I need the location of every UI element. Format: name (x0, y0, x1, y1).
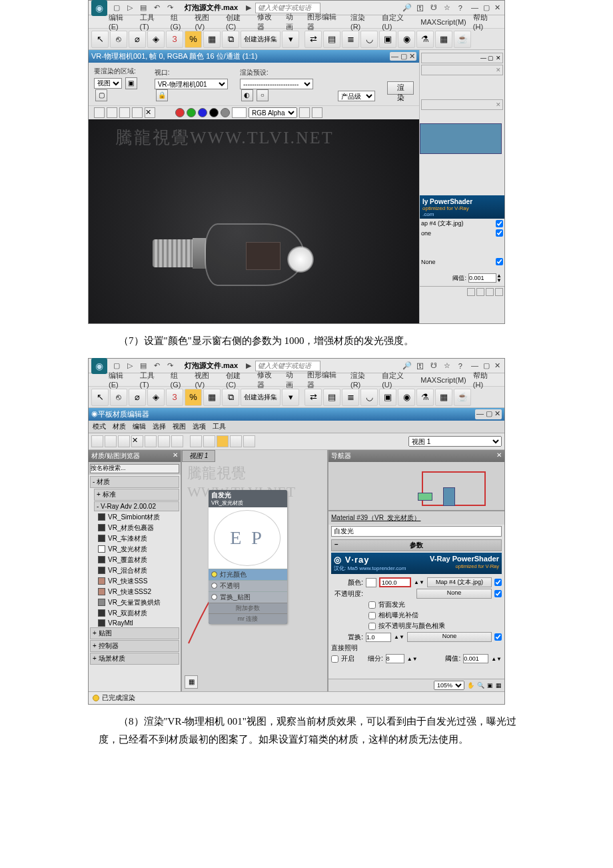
slate-view-select[interactable]: 视图 1 (408, 436, 502, 447)
navigator-map[interactable] (328, 462, 504, 511)
menu-help[interactable]: 帮助(H) (473, 13, 498, 31)
tb-select[interactable]: ↖ (91, 31, 109, 48)
opacity-map-button[interactable]: None (416, 589, 492, 599)
color-map-check[interactable] (494, 579, 502, 586)
main-menu-2[interactable]: 编辑(E)工具(T) 组(G)视图(V) 创建(C)修改器 动画图形编辑器 渲染… (89, 373, 504, 387)
menu-custom[interactable]: 自定义(U) (382, 13, 414, 31)
undo-icon[interactable]: ↶ (151, 2, 163, 14)
thresh-value[interactable] (463, 654, 488, 663)
mat-carpaint[interactable]: VR_车漆材质 (90, 533, 179, 544)
browser-close[interactable]: ✕ (173, 451, 178, 461)
material-name-field[interactable] (331, 526, 502, 537)
mat-simbiont[interactable]: VR_Simbiont材质 (90, 512, 179, 523)
window-buttons[interactable]: — ▢ ✕ (471, 3, 502, 12)
render-button[interactable]: 渲染 (387, 81, 414, 95)
save-icon-2[interactable]: ▤ (137, 360, 149, 372)
disp-map-button[interactable]: None (407, 632, 492, 642)
mat-wrapper[interactable]: VR_材质包裹器 (90, 523, 179, 533)
group-controllers[interactable]: + 控制器 (90, 640, 179, 652)
group-standard[interactable]: + 标准 (94, 489, 179, 501)
menu-maxscript[interactable]: MAXScript(M) (420, 18, 466, 26)
render-window-buttons[interactable]: — ▢ ✕ (390, 52, 416, 61)
camera-exposure-check[interactable] (368, 612, 376, 619)
help-icon[interactable]: ? (454, 2, 466, 14)
browser-search[interactable] (90, 464, 179, 473)
slot-mr[interactable]: mr 连接 (209, 613, 287, 624)
rollout-params[interactable]: −参数 (331, 539, 502, 551)
menu-group[interactable]: 组(G) (171, 13, 189, 31)
mat-override[interactable]: VR_覆盖材质 (90, 555, 179, 565)
direct-on-check[interactable] (331, 655, 338, 663)
mat-vdisp[interactable]: VR_矢量置换烘焙 (90, 597, 179, 608)
mat-blend[interactable]: VR_混合材质 (90, 565, 179, 576)
area-select[interactable]: 视图 (94, 78, 122, 89)
rt-clear[interactable]: ✕ (145, 107, 155, 118)
view-tab[interactable]: 视图 1 (182, 450, 215, 462)
nav-btn4[interactable] (495, 288, 503, 296)
channel-mono[interactable] (221, 108, 230, 117)
tb-link[interactable]: ⎋ (110, 31, 127, 48)
rt-toggle2[interactable] (312, 107, 322, 118)
channel-g[interactable] (187, 108, 196, 117)
binoculars-icon[interactable]: 🔎 (401, 2, 413, 14)
new-icon[interactable]: ▢ (111, 2, 123, 14)
channel-a[interactable] (209, 108, 219, 117)
slate-tb-select[interactable] (91, 435, 103, 447)
layout-button[interactable]: ▦ (185, 675, 198, 689)
rt-print[interactable] (132, 107, 143, 118)
color-map-button[interactable]: Map #4 (文本.jpg) (427, 577, 492, 587)
new-icon-2[interactable]: ▢ (111, 360, 123, 372)
group-scene-mats[interactable]: + 场景材质 (90, 653, 179, 665)
group-maps[interactable]: + 贴图 (90, 627, 179, 639)
map1-check[interactable] (496, 220, 503, 227)
star-icon[interactable]: ☆ (441, 2, 453, 14)
tb-align[interactable]: ▦ (203, 31, 221, 48)
main-menu[interactable]: 编辑(E) 工具(T) 组(G) 视图(V) 创建(C) 修改器 动画 图形编辑… (89, 15, 504, 29)
menu-edit[interactable]: 编辑(E) (109, 13, 133, 31)
color-value[interactable] (379, 577, 411, 587)
rt-save[interactable] (94, 107, 105, 118)
nav-btn2[interactable] (476, 288, 484, 296)
mat-sss2[interactable]: VR_快速SSS2 (90, 587, 179, 597)
tb-render-setup[interactable]: ⚗ (416, 31, 434, 48)
mat-sss[interactable]: VR_快速SSS (90, 576, 179, 587)
mat-light[interactable]: VR_发光材质 (90, 544, 179, 555)
navigator-close[interactable]: ✕ (496, 451, 502, 461)
tb-material[interactable]: ◉ (398, 31, 415, 48)
tb-more[interactable]: ▾ (282, 31, 299, 48)
tb-percent[interactable]: % (185, 31, 202, 48)
preset-btn-1[interactable]: ◐ (241, 89, 253, 101)
tb-unlink[interactable]: ⌀ (129, 31, 146, 48)
nav-grid-icon[interactable]: ▦ (496, 682, 502, 689)
slot-additional[interactable]: 附加参数 (209, 603, 287, 613)
nav-zoom-icon[interactable]: 🔍 (477, 682, 484, 689)
menu-anim[interactable]: 动画 (286, 12, 301, 32)
rt-clone[interactable] (107, 107, 117, 118)
group-materials[interactable]: - 材质 (90, 476, 179, 488)
tb-layer[interactable]: ⧉ (222, 31, 239, 48)
menu-graph[interactable]: 图形编辑器 (307, 12, 344, 32)
mat-vraymtl[interactable]: VRayMtl (90, 619, 179, 627)
key-icon[interactable]: ⚿ (414, 2, 426, 14)
tb-layers[interactable]: ≣ (342, 31, 359, 48)
play-icon[interactable]: ▶ (246, 3, 251, 12)
channel-swatch[interactable] (232, 107, 247, 118)
zoom-select[interactable]: 105% (434, 681, 464, 690)
channel-r[interactable] (175, 108, 185, 117)
redo-icon-2[interactable]: ↷ (164, 360, 176, 372)
material-node[interactable]: 自发光 VR_发光材质 E P 灯光颜色 不透明 置换_贴图 附加参数 mr 连… (209, 490, 287, 624)
tb-render-frame[interactable]: ▦ (435, 31, 452, 48)
subdiv-value[interactable] (386, 654, 404, 663)
undo-icon-2[interactable]: ↶ (151, 360, 163, 372)
rt-toggle1[interactable] (299, 107, 310, 118)
nav-btn[interactable] (467, 288, 475, 296)
material-tree[interactable]: - 材质 + 标准 - V-Ray Adv 2.00.02 VR_Simbion… (89, 475, 181, 692)
redo-icon[interactable]: ↷ (164, 2, 176, 14)
rt-copy[interactable] (119, 107, 130, 118)
disp-value[interactable] (366, 633, 391, 642)
slot-light-color[interactable]: 灯光颜色 (209, 569, 287, 580)
tb-align2[interactable]: ▤ (323, 31, 340, 48)
mat-2sided[interactable]: VR_双面材质 (90, 608, 179, 619)
slot-displacement[interactable]: 置换_贴图 (209, 591, 287, 603)
open-icon[interactable]: ▷ (124, 2, 136, 14)
